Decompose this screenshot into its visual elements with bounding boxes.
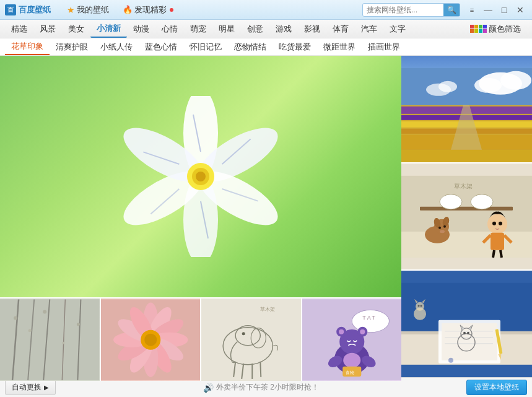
app-title: 百度壁纸: [19, 4, 51, 15]
featured-image[interactable]: [0, 56, 401, 297]
cat-beauty[interactable]: 美女: [62, 21, 90, 37]
auto-update-label: 自动更换: [12, 382, 41, 393]
nav-discover[interactable]: 🔥 发现精彩: [116, 2, 180, 17]
pink-flower-svg: [101, 299, 201, 381]
minimize-button[interactable]: —: [481, 3, 495, 17]
svg-point-60: [360, 329, 365, 334]
cat-anime[interactable]: 动漫: [127, 21, 155, 37]
svg-point-109: [463, 332, 466, 334]
subcat-objects[interactable]: 恋物情结: [228, 40, 273, 55]
svg-point-82: [440, 194, 462, 209]
nav-items: ★ 我的壁纸 🔥 发现精彩: [61, 2, 180, 17]
subcat-fresh-eye[interactable]: 清爽护眼: [50, 40, 94, 55]
sidebar-cartoon-girl[interactable]: 草木架: [401, 164, 532, 271]
svg-point-89: [443, 225, 446, 228]
svg-line-96: [500, 250, 502, 258]
svg-text:草木架: 草木架: [454, 183, 473, 190]
svg-rect-92: [491, 233, 504, 250]
subcat-paper-people[interactable]: 小纸人传: [94, 40, 139, 55]
status-notice: 🔊 外卖半价下午茶 2小时限时抢！: [61, 382, 461, 393]
nav-my-wallpaper-label: 我的壁纸: [77, 4, 109, 15]
new-dot: [170, 8, 173, 12]
blue-illus-svg: [401, 271, 532, 377]
maximize-button[interactable]: □: [497, 3, 511, 17]
svg-line-95: [493, 250, 494, 258]
svg-point-115: [416, 302, 424, 311]
logo-icon: 百: [5, 4, 16, 15]
svg-text:T A T: T A T: [362, 315, 375, 321]
thumb-cartoon-bear[interactable]: T A T: [302, 297, 402, 381]
subcategory-bar: 花草印象 清爽护眼 小纸人传 蓝色心情 怀旧记忆 恋物情结 吃货最爱 微距世界 …: [0, 38, 532, 56]
cat-scenery[interactable]: 风景: [33, 21, 62, 37]
window-buttons: ≡ — □ ✕: [465, 3, 527, 17]
subcat-nostalgia[interactable]: 怀旧记忆: [183, 40, 228, 55]
search-button[interactable]: 🔍: [443, 4, 460, 16]
right-sidebar: 草木架: [401, 56, 532, 377]
notice-text: 外卖半价下午茶 2小时限时抢！: [216, 382, 319, 393]
nav-my-wallpaper[interactable]: ★ 我的壁纸: [61, 2, 115, 17]
thumb-elephant[interactable]: 草木架: [201, 297, 302, 381]
cat-color-filter[interactable]: 颜色筛选: [464, 21, 527, 37]
sidebar-blue-illustration[interactable]: [401, 271, 532, 377]
svg-rect-81: [420, 207, 513, 211]
cat-cars[interactable]: 汽车: [355, 21, 383, 37]
cat-stars[interactable]: 明星: [212, 21, 241, 37]
thumb-willow[interactable]: [0, 297, 101, 381]
svg-point-69: [474, 78, 502, 93]
svg-point-52: [352, 310, 389, 333]
set-wallpaper-label: 设置本地壁纸: [474, 383, 519, 391]
subcat-blue-mood[interactable]: 蓝色心情: [139, 40, 183, 55]
cat-fresh[interactable]: 小清新: [90, 20, 127, 38]
nav-discover-label: 发现精彩: [134, 4, 167, 15]
color-grid: [470, 25, 487, 33]
svg-point-58: [339, 329, 344, 334]
fire-icon: 🔥: [123, 5, 133, 14]
svg-point-14: [196, 172, 206, 181]
svg-point-88: [438, 227, 441, 229]
svg-text:食物: 食物: [346, 370, 354, 375]
elephant-svg: 草木架: [201, 299, 301, 381]
title-bar: 百 百度壁纸 ★ 我的壁纸 🔥 发现精彩 🔍 ≡ — □ ✕: [0, 0, 532, 20]
cat-movies[interactable]: 影视: [298, 21, 326, 37]
subcat-food[interactable]: 吃货最爱: [273, 40, 317, 55]
svg-point-110: [467, 332, 469, 334]
svg-point-23: [43, 310, 46, 314]
subcat-illustration[interactable]: 插画世界: [362, 40, 406, 55]
search-input[interactable]: [363, 6, 443, 14]
color-filter-label: 颜色筛选: [489, 24, 521, 35]
svg-point-21: [14, 316, 17, 320]
cat-games[interactable]: 游戏: [269, 21, 298, 37]
cat-mood[interactable]: 心情: [155, 21, 184, 37]
thumbnail-row: 草木架: [0, 297, 401, 381]
svg-point-22: [28, 329, 32, 332]
cat-sports[interactable]: 体育: [326, 21, 355, 37]
svg-point-117: [421, 305, 422, 307]
cat-text[interactable]: 文字: [383, 21, 412, 37]
play-icon: ▶: [44, 384, 49, 391]
main-gallery: 草木架: [0, 56, 401, 377]
filter-button[interactable]: ≡: [465, 3, 479, 17]
search-box: 🔍: [362, 3, 460, 17]
willow-svg: [0, 299, 100, 381]
cat-featured[interactable]: 精选: [5, 21, 33, 37]
auto-update-button[interactable]: 自动更换 ▶: [5, 380, 56, 395]
svg-point-113: [448, 358, 453, 363]
svg-point-24: [62, 342, 64, 344]
cat-pets[interactable]: 萌宠: [184, 21, 212, 37]
subcat-flowers[interactable]: 花草印象: [5, 39, 50, 55]
cat-creative[interactable]: 创意: [241, 21, 269, 37]
set-wallpaper-button[interactable]: 设置本地壁纸: [466, 380, 527, 395]
svg-point-83: [471, 194, 493, 209]
svg-point-25: [77, 323, 80, 326]
svg-point-40: [144, 334, 157, 346]
subcat-macro[interactable]: 微距世界: [317, 40, 362, 55]
svg-point-97: [492, 222, 496, 225]
svg-point-63: [343, 353, 360, 368]
sidebar-tulip-field[interactable]: [401, 56, 532, 164]
category-bar: 精选 风景 美女 小清新 动漫 心情 萌宠 明星 创意 游戏 影视 体育 汽车 …: [0, 20, 532, 38]
close-button[interactable]: ✕: [513, 3, 527, 17]
cartoon-girl-svg: 草木架: [401, 164, 532, 270]
thumb-pink-flower[interactable]: [101, 297, 202, 381]
svg-point-91: [487, 214, 507, 234]
flower-svg: [120, 96, 281, 257]
